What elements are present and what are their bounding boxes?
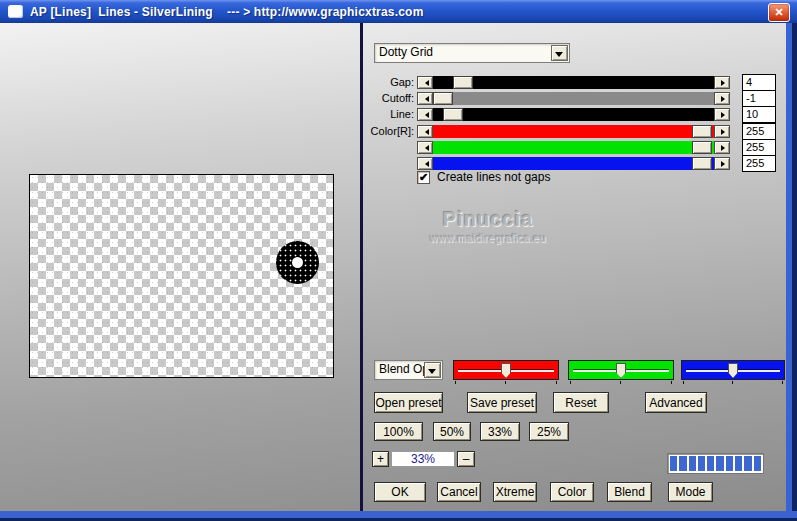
param-value-field[interactable]: -1 xyxy=(742,90,776,107)
save-preset-button[interactable]: Save preset xyxy=(467,392,537,413)
slider-arrow-right-button[interactable] xyxy=(714,92,730,105)
slider-arrow-left-button[interactable] xyxy=(417,125,433,138)
xtreme-button[interactable]: Xtreme xyxy=(493,482,537,502)
trackbar-thumb[interactable] xyxy=(616,363,626,378)
plugin-window: AP [Lines] Lines - SilverLining --- > ht… xyxy=(0,0,797,521)
checkmark-icon: ✔ xyxy=(419,171,428,183)
ok-button[interactable]: OK xyxy=(374,482,426,502)
slider-thumb[interactable] xyxy=(692,157,712,170)
chevron-down-icon[interactable] xyxy=(424,362,441,378)
blend-trackbar[interactable] xyxy=(568,360,674,380)
zoom-level-value: 33% xyxy=(411,452,435,466)
mode-button[interactable]: Mode xyxy=(668,482,713,502)
slider-thumb[interactable] xyxy=(443,108,463,121)
dotty-grid-shape xyxy=(276,241,319,284)
plus-icon: + xyxy=(377,452,384,466)
zoom-33-button[interactable]: 33% xyxy=(480,422,520,441)
preview-canvas[interactable] xyxy=(29,174,334,378)
param-label: Color[R]: xyxy=(369,123,414,140)
param-label xyxy=(369,139,414,156)
zoom-50-button[interactable]: 50% xyxy=(433,422,471,441)
slider-arrow-left-button[interactable] xyxy=(417,157,433,170)
close-icon: ✕ xyxy=(774,6,783,19)
tick-mark xyxy=(556,381,557,384)
zoom-in-button[interactable]: + xyxy=(372,451,389,467)
slider-arrow-left-button[interactable] xyxy=(417,92,433,105)
tick-mark xyxy=(620,381,621,384)
slider-track[interactable] xyxy=(433,157,714,170)
reset-button[interactable]: Reset xyxy=(553,392,609,413)
slider-thumb[interactable] xyxy=(453,76,473,89)
minus-icon: – xyxy=(463,452,470,466)
slider-arrow-right-button[interactable] xyxy=(714,157,730,170)
close-button[interactable]: ✕ xyxy=(768,3,790,22)
slider-arrow-right-button[interactable] xyxy=(714,125,730,138)
blend-trackbar-green-wrap xyxy=(568,360,674,385)
slider-thumb[interactable] xyxy=(692,125,712,138)
param-value-field[interactable]: 255 xyxy=(742,155,776,172)
open-preset-button[interactable]: Open preset xyxy=(374,392,443,413)
param-value-field[interactable]: 4 xyxy=(742,74,776,91)
slider-thumb[interactable] xyxy=(433,92,453,105)
watermark-url: www.maidiregrafica.eu xyxy=(378,232,598,244)
blend-trackbar[interactable] xyxy=(453,360,559,380)
slider-track[interactable] xyxy=(433,125,714,138)
color-button[interactable]: Color xyxy=(550,482,594,502)
button-label: 33% xyxy=(488,425,512,439)
slider-arrow-left-button[interactable] xyxy=(417,141,433,154)
title-bar[interactable]: AP [Lines] Lines - SilverLining --- > ht… xyxy=(0,0,797,23)
create-lines-checkbox[interactable]: ✔ xyxy=(417,171,430,184)
blend-trackbar[interactable] xyxy=(681,360,785,380)
app-icon xyxy=(8,5,23,18)
slider-thumb[interactable] xyxy=(692,141,712,154)
window-border-bottom xyxy=(0,511,797,521)
zoom-out-button[interactable]: – xyxy=(457,451,475,467)
chevron-down-icon[interactable] xyxy=(551,45,568,61)
tick-mark xyxy=(683,381,684,384)
create-lines-label: Create lines not gaps xyxy=(437,170,550,184)
button-label: Xtreme xyxy=(496,485,535,499)
slider-arrow-left-button[interactable] xyxy=(417,76,433,89)
zoom-100-button[interactable]: 100% xyxy=(374,422,423,441)
button-label: Open preset xyxy=(375,396,441,410)
cancel-button[interactable]: Cancel xyxy=(437,482,481,502)
blend-options-select[interactable]: Blend Opti xyxy=(374,360,443,380)
button-label: Reset xyxy=(565,396,596,410)
button-label: 100% xyxy=(383,425,414,439)
button-label: Save preset xyxy=(470,396,534,410)
button-label: Color xyxy=(558,485,587,499)
slider-track[interactable] xyxy=(433,76,714,89)
button-label: Blend xyxy=(614,485,645,499)
param-slider-row: Gap: 4 xyxy=(369,74,776,91)
zoom-25-button[interactable]: 25% xyxy=(529,422,569,441)
button-label: Advanced xyxy=(649,396,702,410)
blend-button[interactable]: Blend xyxy=(607,482,652,502)
slider-arrow-left-button[interactable] xyxy=(417,108,433,121)
param-value-field[interactable]: 255 xyxy=(742,139,776,156)
tick-mark xyxy=(671,381,672,384)
param-slider-row: 255 xyxy=(369,139,776,156)
blend-trackbar-red-wrap xyxy=(453,360,559,385)
effect-select[interactable]: Dotty Grid xyxy=(374,43,570,63)
panel-divider xyxy=(360,23,363,511)
slider-arrow-right-button[interactable] xyxy=(714,108,730,121)
slider-arrow-right-button[interactable] xyxy=(714,141,730,154)
slider-track[interactable] xyxy=(433,92,714,105)
slider-track[interactable] xyxy=(433,141,714,154)
tick-mark xyxy=(505,381,506,384)
slider-track[interactable] xyxy=(433,108,714,121)
param-label: Cutoff: xyxy=(369,90,414,107)
param-value-field[interactable]: 10 xyxy=(742,106,776,123)
advanced-button[interactable]: Advanced xyxy=(645,392,707,413)
trackbar-thumb[interactable] xyxy=(728,363,738,378)
param-value-field[interactable]: 255 xyxy=(742,123,776,140)
param-slider-row: Cutoff: -1 xyxy=(369,90,776,107)
window-border-right xyxy=(786,23,797,521)
trackbar-thumb[interactable] xyxy=(501,363,511,378)
progress-bar xyxy=(667,453,764,474)
slider-arrow-right-button[interactable] xyxy=(714,76,730,89)
param-label: Line: xyxy=(369,106,414,123)
window-title: AP [Lines] Lines - SilverLining --- > ht… xyxy=(30,5,424,19)
tick-mark xyxy=(455,381,456,384)
zoom-level-field[interactable]: 33% xyxy=(391,451,455,467)
